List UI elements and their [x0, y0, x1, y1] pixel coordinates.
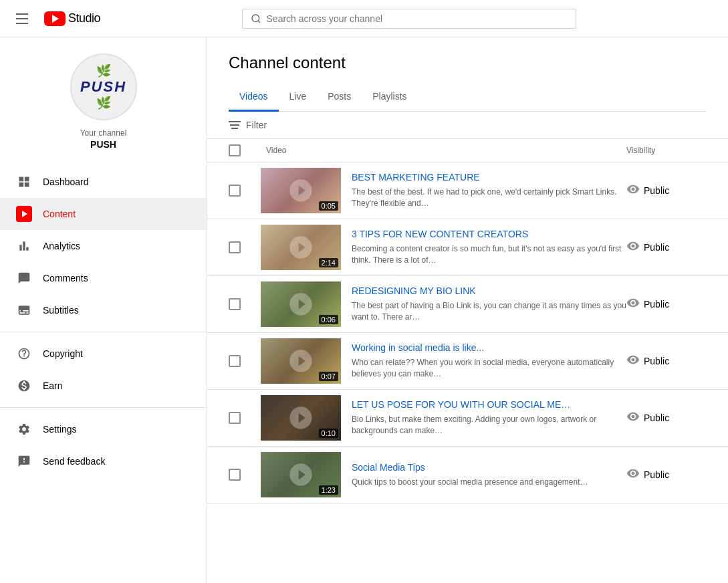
video-info-1: 3 TIPS FOR NEW CONTENT CREATORS Becoming… [352, 229, 626, 266]
content-label: Content [43, 209, 76, 219]
table-row: 2:14 3 TIPS FOR NEW CONTENT CREATORS Bec… [207, 219, 728, 276]
avatar-text: PUSH [80, 78, 126, 96]
video-info-5: Social Media Tips Quick tips to boost yo… [352, 462, 626, 488]
video-duration-0: 0:05 [319, 201, 338, 211]
video-duration-2: 0:06 [319, 315, 338, 324]
row-checkbox-3[interactable] [229, 355, 241, 367]
table-row: 0:06 REDESIGNING MY BIO LINK The best pa… [207, 276, 728, 333]
video-thumbnail-5[interactable]: 1:23 [261, 452, 341, 497]
copyright-label: Copyright [43, 348, 83, 359]
search-box[interactable] [242, 9, 576, 29]
sidebar-item-subtitles[interactable]: Subtitles [0, 294, 207, 326]
video-thumbnail-3[interactable]: 0:07 [261, 338, 341, 384]
video-duration-4: 0:10 [319, 429, 338, 438]
sidebar-item-earn[interactable]: Earn [0, 370, 207, 402]
content-header: Channel content Videos Live Posts Playli… [207, 37, 728, 112]
feedback-icon [16, 453, 32, 469]
select-all-checkbox[interactable] [229, 144, 241, 156]
video-title-5[interactable]: Social Media Tips [352, 462, 626, 473]
avatar-leaf-top: 🌿 [96, 64, 111, 78]
settings-label: Settings [43, 424, 77, 435]
video-description-5: Quick tips to boost your social media pr… [352, 477, 626, 488]
eye-icon-4 [626, 410, 640, 427]
sidebar: 🌿 PUSH 🌿 Your channel PUSH Dashboard [0, 37, 207, 583]
video-thumbnail-4[interactable]: 0:10 [261, 395, 341, 441]
tab-videos[interactable]: Videos [229, 83, 279, 112]
sidebar-item-content[interactable]: Content [0, 198, 207, 230]
visibility-cell-0: Public [626, 183, 707, 199]
eye-icon-3 [626, 353, 640, 370]
comments-icon [16, 270, 32, 286]
copyright-icon [16, 346, 32, 362]
avatar[interactable]: 🌿 PUSH 🌿 [70, 53, 137, 120]
video-title-4[interactable]: LET US POSE FOR YOU WITH OUR SOCIAL ME… [352, 399, 626, 410]
channel-name: PUSH [90, 139, 116, 150]
col-video-header: Video [261, 146, 626, 155]
tab-live[interactable]: Live [279, 83, 318, 112]
sidebar-nav: Dashboard Content Analytics Comments [0, 160, 207, 583]
visibility-text-5: Public [644, 469, 669, 480]
visibility-cell-4: Public [626, 410, 707, 427]
svg-point-0 [252, 15, 259, 22]
sidebar-item-analytics[interactable]: Analytics [0, 230, 207, 262]
channel-profile: 🌿 PUSH 🌿 Your channel PUSH [0, 37, 207, 160]
visibility-cell-1: Public [626, 239, 707, 256]
video-title-3[interactable]: Working in social media is like... [352, 342, 626, 353]
send-feedback-label: Send feedback [43, 456, 105, 467]
video-rows: 0:05 BEST MARKETING FEATURE The best of … [207, 162, 728, 503]
video-thumbnail-2[interactable]: 0:06 [261, 281, 341, 327]
eye-icon-0 [626, 183, 640, 199]
video-title-0[interactable]: BEST MARKETING FEATURE [352, 172, 626, 183]
video-thumbnail-1[interactable]: 2:14 [261, 225, 341, 270]
subtitles-icon [16, 302, 32, 318]
video-title-2[interactable]: REDESIGNING MY BIO LINK [352, 285, 626, 296]
eye-icon-2 [626, 296, 640, 313]
visibility-text-0: Public [644, 185, 669, 196]
comments-label: Comments [43, 273, 88, 283]
search-input[interactable] [267, 13, 568, 24]
row-checkbox-4[interactable] [229, 412, 241, 424]
sidebar-divider [0, 332, 207, 332]
video-title-1[interactable]: 3 TIPS FOR NEW CONTENT CREATORS [352, 229, 626, 239]
table-row: 0:05 BEST MARKETING FEATURE The best of … [207, 162, 728, 219]
video-description-2: The best part of having a Bio Link is, y… [352, 300, 626, 323]
visibility-text-4: Public [644, 413, 669, 423]
row-checkbox-0[interactable] [229, 185, 241, 197]
video-thumbnail-0[interactable]: 0:05 [261, 168, 341, 213]
sidebar-item-send-feedback[interactable]: Send feedback [0, 445, 207, 477]
visibility-cell-3: Public [626, 353, 707, 370]
content-icon [16, 206, 32, 222]
tab-playlists[interactable]: Playlists [362, 83, 417, 112]
sidebar-item-comments[interactable]: Comments [0, 262, 207, 294]
row-checkbox-1[interactable] [229, 241, 241, 253]
menu-button[interactable] [11, 8, 33, 29]
subtitles-label: Subtitles [43, 305, 79, 316]
sidebar-divider-2 [0, 407, 207, 408]
analytics-icon [16, 238, 32, 254]
video-info-3: Working in social media is like... Who c… [352, 342, 626, 380]
video-description-4: Bio Links, but make them exciting. Addin… [352, 414, 626, 437]
search-icon [251, 13, 261, 24]
table-row: 0:10 LET US POSE FOR YOU WITH OUR SOCIAL… [207, 390, 728, 447]
dashboard-label: Dashboard [43, 177, 89, 187]
filter-bar: Filter [207, 112, 728, 139]
visibility-cell-5: Public [626, 467, 707, 483]
row-checkbox-2[interactable] [229, 298, 241, 310]
earn-icon [16, 378, 32, 394]
avatar-leaf-bottom: 🌿 [96, 96, 111, 110]
sidebar-item-dashboard[interactable]: Dashboard [0, 166, 207, 198]
tab-posts[interactable]: Posts [317, 83, 362, 112]
sidebar-item-settings[interactable]: Settings [0, 413, 207, 445]
table-row: 1:23 Social Media Tips Quick tips to boo… [207, 447, 728, 503]
sidebar-item-copyright[interactable]: Copyright [0, 338, 207, 370]
yt-studio-logo: Studio [44, 11, 100, 26]
row-checkbox-5[interactable] [229, 469, 241, 481]
video-duration-3: 0:07 [319, 372, 338, 381]
your-channel-label: Your channel [80, 128, 127, 138]
eye-icon-1 [626, 239, 640, 256]
visibility-text-1: Public [644, 242, 669, 253]
page-title: Channel content [229, 53, 707, 72]
col-visibility-header: Visibility [626, 146, 707, 155]
video-duration-5: 1:23 [319, 485, 338, 495]
filter-label[interactable]: Filter [246, 120, 267, 130]
